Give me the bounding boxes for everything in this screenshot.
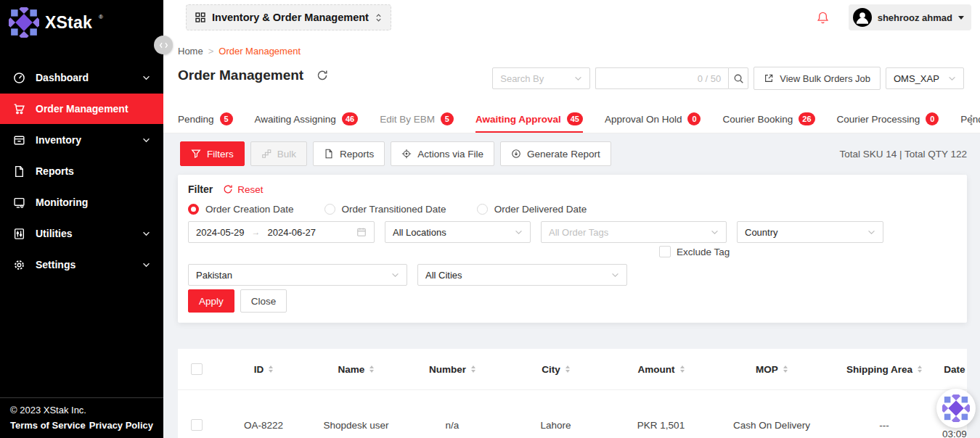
actions-via-file-button[interactable]: Actions via File	[391, 141, 494, 166]
tab-awaiting-approval[interactable]: Awaiting Approval 45	[475, 105, 583, 133]
sort-icon	[369, 365, 374, 373]
refresh-icon[interactable]	[317, 70, 328, 81]
tab-label: Courier Booking	[722, 114, 793, 125]
chevron-down-icon	[515, 230, 523, 235]
sidebar-item-monitoring[interactable]: Monitoring	[0, 187, 163, 218]
column-header-id[interactable]: ID	[213, 364, 314, 375]
generate-report-label: Generate Report	[527, 149, 600, 160]
oms-select[interactable]: OMS_XAP	[886, 67, 964, 89]
sort-icon	[783, 365, 788, 373]
radio-order-delivered-date[interactable]: Order Delivered Date	[477, 204, 587, 215]
breadcrumb-home[interactable]: Home	[178, 46, 203, 57]
filter-panel: Filter Reset Order Creation Date	[178, 175, 967, 323]
table-row[interactable]: OA-8222 Shopdesk user n/a Lahore PKR 1,5…	[178, 390, 967, 438]
app-switcher[interactable]: Inventory & Order Management	[186, 4, 391, 30]
sidebar-item-label: Monitoring	[36, 197, 88, 208]
sidebar-item-reports[interactable]: Reports	[0, 156, 163, 186]
generate-report-button[interactable]: Generate Report	[500, 141, 611, 166]
column-header-mop[interactable]: MOP	[717, 364, 826, 375]
breadcrumb-separator: >	[208, 46, 214, 57]
date-from-value: 2024-05-29	[196, 227, 245, 238]
search-counter: 0 / 50	[698, 73, 722, 84]
tab-courier-processing[interactable]: Courier Processing 0	[837, 105, 939, 133]
close-button[interactable]: Close	[240, 289, 287, 313]
column-header-name[interactable]: Name	[314, 364, 398, 375]
date-range-picker[interactable]: 2024-05-29 → 2024-06-27	[188, 221, 375, 243]
reports-button[interactable]: Reports	[313, 141, 385, 166]
order-tags-select[interactable]: All Order Tags	[541, 221, 727, 243]
sidebar-item-inventory[interactable]: Inventory	[0, 125, 163, 155]
country-value-select[interactable]: Pakistan	[188, 264, 407, 286]
caret-down-icon	[958, 16, 964, 20]
column-label: MOP	[756, 364, 778, 375]
apply-label: Apply	[199, 296, 224, 307]
sidebar-item-label: Dashboard	[36, 72, 89, 83]
row-checkbox[interactable]	[191, 419, 203, 431]
tab-count-badge: 0	[926, 112, 939, 125]
tab-pending[interactable]: Pending 5	[178, 105, 233, 133]
download-circle-icon	[511, 149, 521, 159]
chevron-down-icon	[142, 138, 150, 143]
cell-id: OA-8222	[213, 420, 314, 431]
sidebar-item-label: Inventory	[36, 134, 81, 146]
orders-table: ID Name Number City	[178, 349, 967, 438]
column-header-city[interactable]: City	[507, 364, 605, 375]
monitoring-icon	[13, 197, 25, 209]
locations-select[interactable]: All Locations	[385, 221, 531, 243]
column-header-amount[interactable]: Amount	[605, 364, 717, 375]
tab-approval-on-hold[interactable]: Approval On Hold 0	[605, 105, 701, 133]
sidebar-item-order-management[interactable]: Order Management	[0, 94, 163, 124]
cities-select[interactable]: All Cities	[417, 264, 627, 286]
search-input[interactable]: 0 / 50	[595, 67, 728, 89]
search-by-select[interactable]: Search By	[492, 67, 590, 89]
sidebar-item-utilities[interactable]: Utilities	[0, 218, 163, 249]
caret-up-down-icon	[375, 13, 382, 22]
sidebar-item-settings[interactable]: Settings	[0, 249, 163, 280]
sidebar-collapse-button[interactable]	[154, 36, 173, 54]
cell-number: n/a	[398, 420, 507, 431]
search-button[interactable]	[728, 67, 748, 89]
status-tabs: Pending 5 Awaiting Assigning 46 Edit By …	[178, 105, 980, 133]
cell-date: 03:09	[942, 429, 967, 438]
terms-link[interactable]: Terms of Service	[10, 420, 86, 431]
filters-button[interactable]: Filters	[180, 141, 245, 166]
column-header-date[interactable]: Date	[942, 364, 967, 375]
cell-shipping-area: ---	[826, 420, 942, 431]
column-label: Date	[944, 364, 965, 375]
notification-bell-icon[interactable]	[816, 11, 830, 25]
reset-button[interactable]: Reset	[223, 184, 263, 195]
bulk-label: Bulk	[277, 149, 296, 160]
column-header-shipping-area[interactable]: Shipping Area	[826, 364, 942, 375]
user-menu[interactable]: shehrooz ahmad	[849, 4, 971, 30]
sidebar-item-label: Settings	[36, 259, 75, 270]
xstak-flower-icon	[9, 7, 39, 38]
page-header: Home > Order Management Order Management…	[163, 35, 980, 133]
sort-icon	[565, 365, 570, 373]
column-label: Shipping Area	[846, 364, 912, 375]
radio-label: Order Transitioned Date	[342, 204, 446, 215]
apply-button[interactable]: Apply	[188, 289, 234, 313]
privacy-link[interactable]: Privacy Policy	[89, 420, 153, 431]
cart-icon	[13, 103, 25, 115]
exclude-tag-checkbox[interactable]: Exclude Tag	[659, 246, 730, 257]
tab-courier-booking[interactable]: Courier Booking 26	[722, 105, 814, 133]
chevron-down-icon	[142, 75, 150, 80]
chat-widget-button[interactable]	[936, 389, 976, 428]
tab-edit-by-ebm[interactable]: Edit By EBM 5	[380, 105, 454, 133]
radio-order-creation-date[interactable]: Order Creation Date	[188, 204, 294, 215]
tabs-overflow-icon[interactable]	[970, 115, 973, 125]
radio-icon	[477, 204, 488, 215]
inventory-icon	[13, 134, 25, 146]
column-header-number[interactable]: Number	[398, 364, 507, 375]
country-select[interactable]: Country	[737, 221, 883, 243]
sidebar-item-dashboard[interactable]: Dashboard	[0, 62, 163, 93]
radio-order-transitioned-date[interactable]: Order Transitioned Date	[324, 204, 446, 215]
search-by-placeholder: Search By	[500, 73, 544, 84]
tab-awaiting-assigning[interactable]: Awaiting Assigning 46	[255, 105, 359, 133]
avatar	[853, 8, 872, 27]
brand-logo: XStak ®	[0, 0, 163, 42]
app-root: XStak ® Dashboard Order Management	[0, 0, 980, 438]
select-all-checkbox[interactable]	[191, 363, 203, 375]
oms-value: OMS_XAP	[894, 73, 939, 84]
view-bulk-orders-button[interactable]: View Bulk Orders Job	[754, 67, 881, 90]
